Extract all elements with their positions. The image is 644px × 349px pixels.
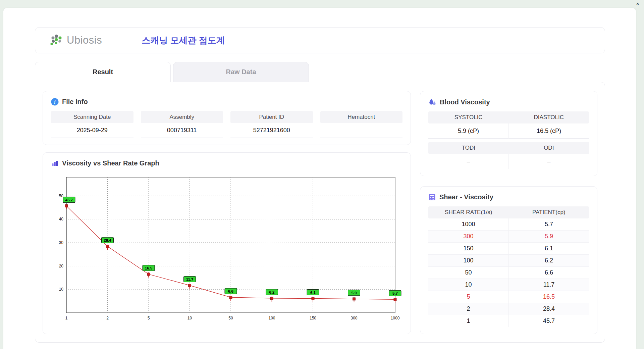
patient-viscosity-cell: 45.7 [508, 315, 589, 327]
shear-table-body: 10005.73005.91506.11006.2506.61011.7516.… [428, 218, 589, 327]
info-icon: i [51, 98, 59, 106]
svg-text:40: 40 [59, 217, 64, 221]
blood-viscosity-value-cell: – [508, 154, 589, 169]
shear-rate-cell: 50 [428, 267, 508, 279]
file-info-field-label: Hematocrit [320, 111, 403, 123]
table-row: 1006.2 [428, 255, 589, 267]
table-row: 506.6 [428, 267, 589, 279]
shear-rate-cell: 150 [428, 243, 508, 254]
svg-text:50: 50 [228, 316, 233, 320]
svg-text:20: 20 [59, 264, 64, 268]
patient-viscosity-cell: 11.7 [508, 279, 589, 291]
svg-text:1000: 1000 [391, 316, 400, 320]
svg-text:16.5: 16.5 [145, 266, 153, 270]
svg-text:6.1: 6.1 [310, 291, 316, 295]
svg-text:28.4: 28.4 [104, 238, 111, 242]
svg-text:1: 1 [65, 316, 68, 320]
page: × Ubiosis 스캐닝 [0, 0, 644, 349]
svg-text:11.7: 11.7 [186, 278, 194, 282]
viscosity-chart: 10203040501251050100150300100045.728.416… [51, 172, 403, 324]
file-info-field-label: Patient ID [230, 111, 313, 123]
header: Ubiosis 스캐닝 모세관 점도계 [35, 27, 605, 53]
shear-rate-cell: 2 [428, 303, 508, 315]
blood-viscosity-header-cell: DIASTOLIC [509, 111, 589, 123]
file-info-field-value: 000719311 [141, 123, 223, 138]
blood-viscosity-section: TODIODI–– [428, 142, 589, 169]
blood-viscosity-value-row: –– [428, 154, 589, 169]
right-column: Blood Viscosity SYSTOLICDIASTOLIC5.9 (cP… [420, 91, 597, 334]
file-info-fields: Scanning Date2025-09-29Assembly000719311… [51, 111, 402, 138]
shear-rate-cell: 300 [428, 231, 508, 242]
brand-logo: Ubiosis [49, 34, 102, 47]
shear-viscosity-card: Shear - Viscosity SHEAR RATE(1/s) PATIEN… [420, 186, 597, 334]
shear-table-header: SHEAR RATE(1/s) PATIENT(cp) [428, 206, 589, 218]
svg-text:2: 2 [106, 316, 109, 320]
shear-rate-cell: 10 [428, 279, 508, 291]
shear-rate-cell: 100 [428, 255, 508, 266]
file-info-field: Patient ID52721921600 [230, 111, 313, 138]
file-info-field: Assembly000719311 [141, 111, 223, 138]
close-icon[interactable]: × [634, 1, 641, 7]
blood-viscosity-value-cell: – [428, 154, 508, 169]
table-row: 1506.1 [428, 243, 589, 255]
file-info-card: i File Info Scanning Date2025-09-29Assem… [43, 91, 411, 145]
calculator-icon [428, 193, 436, 201]
patient-viscosity-cell: 6.6 [508, 267, 589, 279]
logo-dots-icon [49, 34, 64, 47]
table-row: 3005.9 [428, 231, 589, 243]
svg-text:100: 100 [268, 316, 275, 320]
svg-text:30: 30 [59, 240, 64, 245]
shear-viscosity-title: Shear - Viscosity [428, 193, 589, 201]
blood-viscosity-header-row: SYSTOLICDIASTOLIC [428, 111, 589, 123]
svg-text:6.2: 6.2 [269, 290, 275, 294]
file-info-field: Hematocrit [320, 111, 403, 138]
graph-card: Viscosity vs Shear Rate Graph 1020304050… [43, 152, 411, 334]
svg-text:10: 10 [187, 316, 192, 320]
svg-text:10: 10 [59, 287, 64, 292]
shear-rate-cell: 5 [428, 291, 508, 303]
svg-text:i: i [54, 100, 56, 105]
svg-text:150: 150 [310, 316, 316, 320]
blood-viscosity-value-cell: 16.5 (cP) [508, 123, 589, 139]
app-window: Ubiosis 스캐닝 모세관 점도계 Result Raw Data [3, 8, 636, 349]
file-info-field-label: Scanning Date [51, 111, 133, 123]
svg-text:5: 5 [148, 316, 150, 320]
shear-viscosity-title-text: Shear - Viscosity [439, 193, 493, 201]
page-title: 스캐닝 모세관 점도계 [142, 35, 225, 46]
file-info-field-value: 52721921600 [230, 123, 313, 138]
svg-text:5.7: 5.7 [392, 291, 398, 295]
table-row: 516.5 [428, 291, 589, 303]
blood-viscosity-title-text: Blood Viscosity [440, 98, 490, 106]
table-row: 10005.7 [428, 218, 589, 231]
brand-name: Ubiosis [67, 34, 102, 46]
svg-text:45.7: 45.7 [65, 198, 73, 202]
blood-viscosity-header-cell: SYSTOLIC [428, 111, 509, 123]
svg-text:5.9: 5.9 [352, 291, 357, 295]
bar-chart-icon [51, 159, 59, 167]
svg-text:50: 50 [59, 194, 64, 198]
blood-viscosity-card: Blood Viscosity SYSTOLICDIASTOLIC5.9 (cP… [420, 91, 597, 176]
blood-viscosity-value-cell: 5.9 (cP) [428, 123, 508, 139]
result-panel: i File Info Scanning Date2025-09-29Assem… [35, 82, 605, 343]
patient-viscosity-cell: 5.9 [508, 231, 589, 242]
graph-title: Viscosity vs Shear Rate Graph [51, 159, 402, 167]
table-row: 1011.7 [428, 279, 589, 291]
tab-raw-data[interactable]: Raw Data [173, 62, 309, 82]
svg-text:6.6: 6.6 [228, 289, 233, 293]
blood-viscosity-section: SYSTOLICDIASTOLIC5.9 (cP)16.5 (cP) [428, 111, 589, 139]
patient-viscosity-cell: 6.2 [508, 255, 589, 266]
file-info-title-text: File Info [62, 98, 88, 106]
svg-text:300: 300 [351, 316, 357, 320]
tab-bar: Result Raw Data [35, 62, 605, 82]
shear-rate-cell: 1 [428, 315, 508, 327]
file-info-title: i File Info [51, 98, 402, 106]
file-info-field-value [320, 123, 403, 138]
tab-result[interactable]: Result [35, 62, 171, 82]
left-column: i File Info Scanning Date2025-09-29Assem… [43, 91, 411, 334]
patient-viscosity-cell: 6.1 [508, 243, 589, 254]
patient-viscosity-cell: 28.4 [508, 303, 589, 315]
shear-rate-cell: 1000 [428, 218, 508, 230]
droplet-icon [428, 98, 436, 106]
patient-col-header: PATIENT(cp) [509, 206, 589, 218]
patient-viscosity-cell: 16.5 [508, 291, 589, 303]
